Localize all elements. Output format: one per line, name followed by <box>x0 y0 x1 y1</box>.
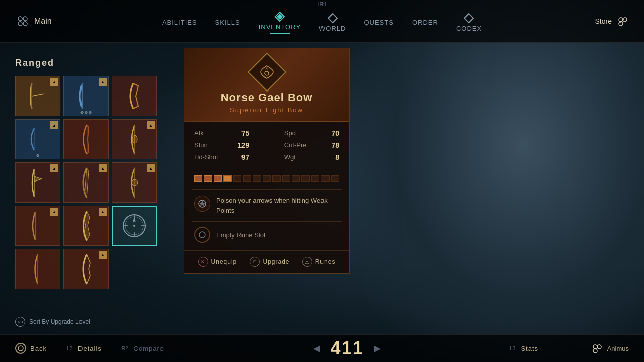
bow-icon-13 <box>30 253 45 286</box>
nav-world-label: World <box>319 25 346 32</box>
upgrade-button[interactable]: □ Upgrade <box>250 257 289 267</box>
seg-6 <box>243 175 251 182</box>
bow-icon-14 <box>77 253 95 286</box>
upgrade-arrow-9: ▲ <box>147 164 155 172</box>
runes-button[interactable]: △ Runes <box>302 257 336 267</box>
compare-button[interactable]: R2 Compare <box>122 345 164 352</box>
currency-arrow-left[interactable]: ◀ <box>313 343 320 354</box>
upgrade-arrow-11: ▲ <box>99 208 107 216</box>
inv-item-9[interactable]: ▲ <box>112 162 157 203</box>
nav-codex-label: Codex <box>456 25 482 32</box>
nav-quests[interactable]: Quests <box>355 14 403 29</box>
svg-marker-10 <box>328 14 337 23</box>
stat-row-1: Atk 75 Spd 70 <box>194 129 339 137</box>
stat-divider-2 <box>267 141 267 149</box>
inv-item-10[interactable]: ▲ <box>15 206 60 246</box>
currency-arrow-right[interactable]: ▶ <box>374 343 381 354</box>
hd-value: 97 <box>234 153 249 161</box>
inv-item-3[interactable] <box>112 76 157 116</box>
inv-item-14[interactable]: ▲ <box>63 249 109 289</box>
dot <box>89 111 92 114</box>
bow-icon-7 <box>29 166 47 199</box>
weapon-emblem <box>247 53 286 92</box>
details-label: Details <box>78 345 102 352</box>
svg-point-25 <box>132 179 138 186</box>
nav-order-label: Order <box>412 19 438 26</box>
stun-value: 129 <box>234 141 249 149</box>
nav-order[interactable]: Order <box>403 14 447 29</box>
store-label: Store <box>595 17 612 25</box>
item-dots-4 <box>37 154 39 157</box>
rune-circle-icon <box>198 231 206 239</box>
bottom-bar: Back L2 Details R2 Compare ◀ 411 ▶ L3 St… <box>0 334 644 362</box>
upgrade-icon: □ <box>250 257 260 267</box>
inv-item-12-selected[interactable] <box>112 206 157 246</box>
bow-icon-11 <box>77 210 95 242</box>
svg-point-37 <box>199 232 205 238</box>
inv-item-7[interactable]: ▲ <box>15 162 60 203</box>
wgt-label: Wgt <box>284 153 312 161</box>
seg-11 <box>292 175 300 182</box>
inv-item-11[interactable]: ▲ <box>63 206 109 246</box>
spd-label: Spd <box>284 129 312 137</box>
stat-divider <box>267 129 267 137</box>
nav-skills[interactable]: Skills <box>206 14 250 29</box>
inv-item-6[interactable]: ▲ <box>112 119 157 159</box>
nav-inventory[interactable]: Inventory <box>250 6 310 36</box>
bow-icon-4 <box>27 124 49 154</box>
stats-button[interactable]: L3 Stats <box>510 345 538 352</box>
nav-world[interactable]: World <box>310 8 355 35</box>
inv-item-4[interactable]: ▲ <box>15 119 60 159</box>
dot <box>37 154 39 157</box>
seg-15 <box>331 175 339 182</box>
bow-icon-10 <box>29 210 47 242</box>
seg-2 <box>204 175 212 182</box>
nav-abilities-label: Abilities <box>162 19 197 26</box>
upgrade-arrow-14: ▲ <box>99 251 107 259</box>
upgrade-label: Upgrade <box>263 258 289 265</box>
animus-icon <box>590 342 603 355</box>
section-title: Ranged <box>15 58 191 68</box>
unequip-button[interactable]: ✕ Unequip <box>198 257 237 267</box>
rune-slot[interactable]: Empty Rune Slot <box>184 222 349 248</box>
hd-label: Hd-Shot <box>194 153 222 161</box>
bow-icon-3 <box>123 81 146 111</box>
crit-label: Crit-Pre <box>284 141 312 149</box>
seg-7 <box>253 175 261 182</box>
upgrade-arrow-1: ▲ <box>50 78 58 86</box>
seg-8 <box>263 175 271 182</box>
upgrade-arrow-2: ▲ <box>99 78 107 86</box>
svg-point-1 <box>23 17 27 21</box>
stats-label: Stats <box>521 345 538 352</box>
inv-item-13[interactable] <box>15 249 60 289</box>
svg-marker-11 <box>464 14 473 23</box>
back-button[interactable]: Back <box>15 343 47 354</box>
nav-store[interactable]: Store <box>574 15 644 28</box>
dot <box>81 111 84 114</box>
wgt-value: 8 <box>324 153 339 161</box>
svg-point-39 <box>593 345 597 349</box>
bow-icon-9 <box>126 166 143 199</box>
weapon-name: Norse Gael Bow <box>192 91 342 104</box>
upgrade-arrow-4: ▲ <box>50 121 58 129</box>
bottom-center: ◀ 411 ▶ <box>184 338 510 359</box>
bow-icon-5 <box>77 123 95 156</box>
sort-label-text: Sort By Upgrade Level <box>29 318 90 325</box>
stat-row-2: Stun 129 Crit-Pre 78 <box>194 141 339 149</box>
inv-item-5[interactable] <box>63 119 109 159</box>
back-icon <box>15 343 26 354</box>
inv-item-1[interactable]: ▲ <box>15 76 60 116</box>
upgrade-arrow-10: ▲ <box>50 208 58 216</box>
svg-line-18 <box>32 94 44 96</box>
details-button[interactable]: L2 Details <box>67 345 102 352</box>
nav-codex[interactable]: Codex <box>447 8 491 35</box>
nav-abilities[interactable]: Abilities <box>153 14 206 29</box>
svg-point-38 <box>18 346 23 351</box>
upgrade-bar <box>184 173 349 189</box>
r2-hint: R2 <box>122 346 128 351</box>
nav-quests-label: Quests <box>364 19 393 26</box>
inv-item-2[interactable]: ▲ <box>63 76 109 116</box>
inv-item-8[interactable]: ▲ <box>63 162 109 203</box>
svg-point-2 <box>18 22 22 26</box>
nav-main[interactable]: Main <box>0 14 70 29</box>
